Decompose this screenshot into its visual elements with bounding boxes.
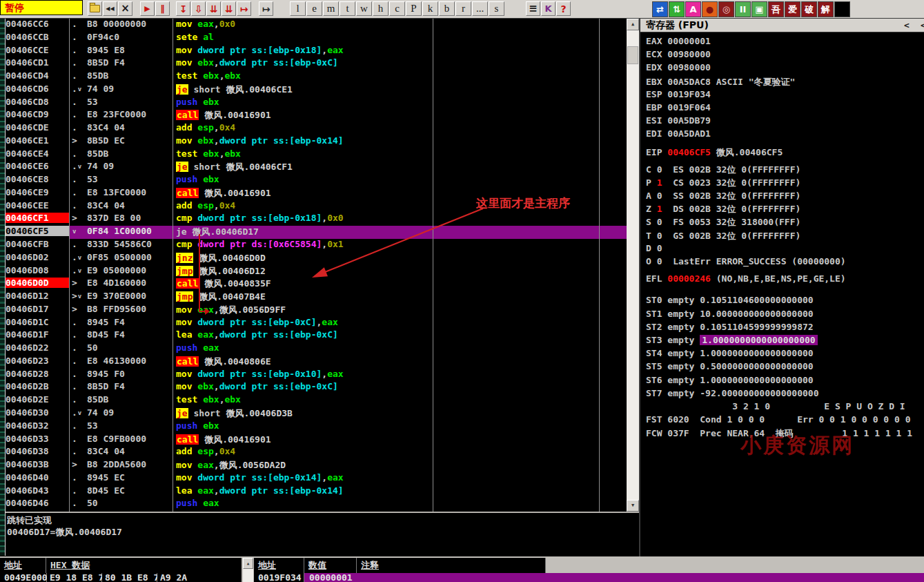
plugin-ai-button[interactable]: 爱 <box>785 1 800 17</box>
run-button[interactable]: ▶ <box>140 1 155 16</box>
disasm-row[interactable]: 00406D23.E8 46130000call 微风.0040806E <box>0 356 627 369</box>
stack-row-value[interactable]: 00000001 <box>304 573 357 582</box>
register-line[interactable]: S 0 FS 0053 32位 318000(FFF) <box>640 216 924 229</box>
collapse-button[interactable]: < <box>921 20 924 30</box>
disasm-row[interactable]: 00406D33.E8 C9FB0000call 微风.00416901 <box>0 434 627 447</box>
registers-pane[interactable]: 寄存器 (FPU) < < EAX 00000001ECX 00980000ED… <box>640 19 924 556</box>
execute-till-return-button[interactable]: ↦ <box>237 1 251 16</box>
plugin-pills-button[interactable]: II <box>735 1 751 17</box>
plugin-wu-button[interactable]: 吾 <box>768 1 784 17</box>
register-line[interactable]: ST4 empty 1.0000000000000000000 <box>640 348 924 361</box>
stack-row-comment[interactable] <box>357 573 924 582</box>
disasm-row[interactable]: 00406D22.50push eax <box>0 342 627 356</box>
restart-button[interactable]: ◀◀ <box>103 1 117 16</box>
register-line[interactable]: EIP 00406CF5 微风.00406CF5 <box>640 146 924 159</box>
view-windows-button[interactable]: w <box>356 1 372 16</box>
dump-row-bytes[interactable]: E9 18 E8 74 <box>47 573 102 582</box>
plugin-assembler-button[interactable]: A <box>685 1 701 17</box>
register-line[interactable]: EAX 00000001 <box>640 36 924 49</box>
register-line[interactable]: EBX 00A5DAC8 ASCII "冬夏验证" <box>640 76 924 89</box>
scroll-up-button[interactable]: ▲ <box>627 19 639 30</box>
disasm-row[interactable]: 00406CC6.B8 00000000mov eax,0x0 <box>0 19 627 32</box>
disasm-row[interactable]: 00406D0D>E8 4D160000call 微风.0040835F <box>0 278 627 291</box>
pane-splitter[interactable] <box>0 512 639 513</box>
disasm-row[interactable]: 00406CE4.85DBtest ebx,ebx <box>0 148 627 162</box>
animate-over-button[interactable]: ⇊ <box>222 1 236 16</box>
disasm-row[interactable]: 00406CD1.8B5D F4mov ebx,dword ptr ss:[eb… <box>0 57 627 70</box>
animate-into-button[interactable]: ⇊ <box>206 1 221 16</box>
plugin-screen-button[interactable]: ▣ <box>751 1 767 17</box>
disasm-row[interactable]: 00406D46.50push eax <box>0 498 627 511</box>
step-over-button[interactable]: ⇩ <box>191 1 206 16</box>
disasm-row[interactable]: 00406CD4.85DBtest ebx,ebx <box>0 70 627 84</box>
disasm-row[interactable]: 00406CE6.v74 09je short 微风.00406CF1 <box>0 161 627 174</box>
dump-row-bytes[interactable]: A9 2A <box>157 573 242 582</box>
view-handles-button[interactable]: h <box>373 1 389 16</box>
register-line[interactable]: T 0 GS 002B 32位 0(FFFFFFFF) <box>640 230 924 243</box>
register-line[interactable]: D 0 <box>640 243 924 256</box>
register-line[interactable]: ECX 00980000 <box>640 49 924 62</box>
disasm-row[interactable]: 00406CD8.53push ebx <box>0 97 627 110</box>
register-line[interactable]: ST2 empty 0.1051104599999999872 <box>640 322 924 335</box>
view-breakpoints-button[interactable]: b <box>439 1 455 16</box>
collapse-button[interactable]: < <box>904 20 910 30</box>
disasm-row[interactable]: 00406D08.vE9 05000000jmp 微风.00406D12 <box>0 265 627 278</box>
disasm-row[interactable]: 00406D40.8945 ECmov dword ptr ss:[ebp-0x… <box>0 472 627 485</box>
pause-button[interactable]: ‖ <box>155 1 170 16</box>
plugin-exchange-button[interactable]: ⇄ <box>652 1 668 17</box>
disasm-row[interactable]: 00406CF5v0F84 1C00000je 微风.00406D17 <box>0 226 627 239</box>
disasm-row[interactable]: 00406D43.8D45 EClea eax,dword ptr ss:[eb… <box>0 485 627 498</box>
view-memory-button[interactable]: m <box>323 1 339 16</box>
view-run-trace-button[interactable]: ... <box>472 1 488 16</box>
register-line[interactable]: EDX 00980000 <box>640 62 924 75</box>
stack-row-address[interactable]: 0019F034 <box>254 573 304 582</box>
column-separator[interactable] <box>173 19 173 512</box>
plugin-updown-button[interactable]: ⇅ <box>669 1 685 17</box>
disasm-row[interactable]: 00406D1C.8945 F4mov dword ptr ss:[ebp-0x… <box>0 317 627 330</box>
register-line[interactable]: O 0 LastErr ERROR_SUCCESS (00000000) <box>640 256 924 269</box>
column-separator[interactable] <box>433 19 433 512</box>
disasm-row[interactable]: 00406CFB.833D 54586C0cmp dword ptr ds:[0… <box>0 239 627 252</box>
disasm-row[interactable]: 00406CDE.83C4 04add esp,0x4 <box>0 122 627 135</box>
disasm-row[interactable]: 00406D02.v0F85 0500000jnz 微风.00406D0D <box>0 252 627 265</box>
register-line[interactable]: ST5 empty 0.5000000000000000000 <box>640 361 924 374</box>
column-separator[interactable] <box>599 19 600 512</box>
dump-row-bytes[interactable]: 80 1B E8 74 <box>102 573 157 582</box>
view-threads-button[interactable]: t <box>340 1 355 16</box>
register-line[interactable]: ST0 empty 0.1051104600000000000 <box>640 295 924 308</box>
view-cpu-button[interactable]: c <box>389 1 405 16</box>
close-button[interactable]: × <box>118 1 132 16</box>
column-separator[interactable] <box>69 19 70 512</box>
disasm-row[interactable]: 00406CE1>8B5D ECmov ebx,dword ptr ss:[eb… <box>0 135 627 148</box>
register-line[interactable]: ST1 empty 10.000000000000000000 <box>640 309 924 322</box>
view-log-button[interactable]: l <box>290 1 306 16</box>
register-line[interactable]: C 0 ES 002B 32位 0(FFFFFFFF) <box>640 164 924 177</box>
plugin-target-button[interactable]: ◎ <box>718 1 734 17</box>
scroll-thumb[interactable] <box>627 46 638 64</box>
register-line[interactable]: ST7 empty -92.000000000000000000 <box>640 388 924 401</box>
plugin-po-button[interactable]: 破 <box>801 1 817 17</box>
disasm-row[interactable]: 00406D32.53push ebx <box>0 420 627 434</box>
view-executables-button[interactable]: e <box>306 1 322 16</box>
register-line[interactable]: ESI 00A5DB79 <box>640 115 924 128</box>
disasm-row[interactable]: 00406D38.83C4 04add esp,0x4 <box>0 446 627 459</box>
open-file-button[interactable] <box>88 1 102 16</box>
register-line[interactable]: ESP 0019F034 <box>640 89 924 102</box>
register-line[interactable]: 3 2 1 0 E S P U O Z D I <box>640 401 924 414</box>
windows-list-button[interactable]: ≡ <box>526 1 540 16</box>
plugin-jie-button[interactable]: 解 <box>818 1 834 17</box>
register-line[interactable]: Z 1 DS 002B 32位 0(FFFFFFFF) <box>640 203 924 216</box>
scroll-up-button[interactable]: ▲ <box>243 558 253 569</box>
plugin-blank-button[interactable] <box>834 1 850 17</box>
disasm-row[interactable]: 00406D30.v74 09je short 微风.00406D3B <box>0 407 627 420</box>
view-source-button[interactable]: s <box>489 1 504 16</box>
disasm-row[interactable]: 00406CD6.v74 09je short 微风.00406CE1 <box>0 84 627 97</box>
help-button[interactable]: ? <box>556 1 571 16</box>
disasm-row[interactable]: 00406D2E.85DBtest ebx,ebx <box>0 394 627 407</box>
plugin-record-button[interactable]: ● <box>702 1 718 17</box>
register-line[interactable]: FST 6020 Cond 1 0 0 0 Err 0 0 1 0 0 0 0 … <box>640 414 924 427</box>
register-line[interactable]: ST3 empty 1.0000000000000000000 <box>640 335 924 348</box>
register-line[interactable]: A 0 SS 002B 32位 0(FFFFFFFF) <box>640 190 924 203</box>
disasm-row[interactable]: 00406CF1>837D E8 00cmp dword ptr ss:[ebp… <box>0 213 627 226</box>
view-call-stack-button[interactable]: k <box>422 1 438 16</box>
